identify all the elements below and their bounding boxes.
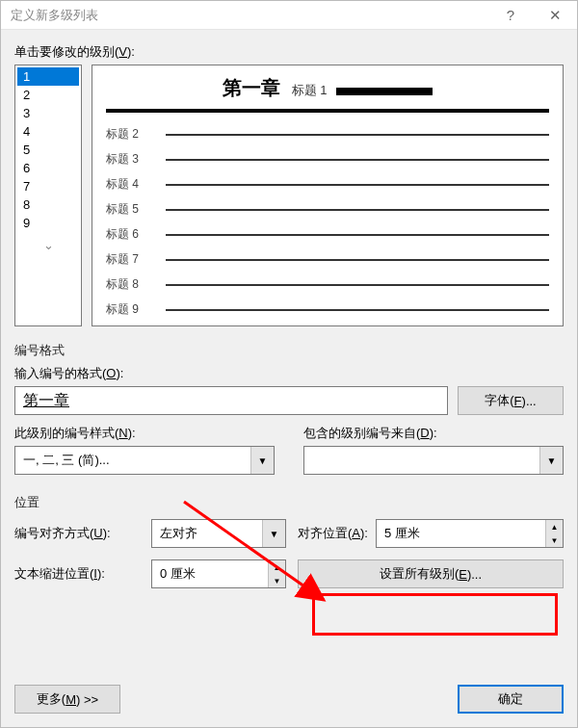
preview-row: 标题 5 bbox=[106, 201, 549, 218]
number-format-group: 编号格式 bbox=[14, 342, 564, 359]
titlebar-title: 定义新多级列表 bbox=[11, 7, 98, 24]
align-at-spinner[interactable]: 5 厘米 ▲▼ bbox=[376, 519, 564, 548]
dialog-footer: 更多(M) >> 确定 bbox=[1, 675, 577, 727]
preview-bar bbox=[336, 88, 433, 95]
titlebar: 定义新多级列表 ? ✕ bbox=[1, 1, 577, 30]
number-style-combo[interactable]: 一, 二, 三 (简)... ▼ bbox=[14, 446, 275, 475]
align-label: 编号对齐方式(U): bbox=[14, 525, 140, 542]
preview-row-bar bbox=[166, 309, 549, 311]
indent-label: 文本缩进位置(I): bbox=[14, 565, 140, 583]
indent-spinner[interactable]: 0 厘米 ▲▼ bbox=[151, 559, 286, 588]
include-level-combo[interactable]: ▼ bbox=[303, 446, 564, 475]
annotation-highlight bbox=[312, 593, 558, 636]
spinner-down-icon[interactable]: ▼ bbox=[269, 574, 285, 587]
preview-thick-rule bbox=[106, 109, 549, 113]
preview-row-bar bbox=[166, 259, 549, 261]
spinner-up-icon[interactable]: ▲ bbox=[269, 560, 285, 574]
preview-row: 标题 6 bbox=[106, 226, 549, 243]
ok-button[interactable]: 确定 bbox=[458, 685, 564, 714]
level-item[interactable]: 6 bbox=[17, 159, 79, 177]
align-at-label: 对齐位置(A): bbox=[298, 525, 368, 542]
align-combo[interactable]: 左对齐 ▼ bbox=[151, 519, 286, 548]
preview-row: 标题 8 bbox=[106, 276, 549, 293]
level-item[interactable]: 5 bbox=[17, 141, 79, 159]
spinner-up-icon[interactable]: ▲ bbox=[546, 520, 563, 533]
preview-row-label: 标题 3 bbox=[106, 151, 156, 168]
level-item[interactable]: 1 bbox=[17, 67, 79, 86]
help-button[interactable]: ? bbox=[488, 1, 533, 30]
number-style-label: 此级别的编号样式(N): bbox=[14, 425, 275, 442]
dialog-content: 单击要修改的级别(V): 123456789⌄ 第一章 标题 1 标题 2标题 … bbox=[1, 30, 577, 675]
chevron-down-icon[interactable]: ⌄ bbox=[17, 238, 79, 252]
preview-row-bar bbox=[166, 159, 549, 161]
preview-row-bar bbox=[166, 134, 549, 136]
number-format-label: 输入编号的格式(O): bbox=[14, 365, 564, 382]
preview-row-label: 标题 7 bbox=[106, 251, 156, 268]
preview-row-label: 标题 9 bbox=[106, 301, 156, 318]
include-level-label: 包含的级别编号来自(D): bbox=[303, 425, 564, 442]
level-listbox[interactable]: 123456789⌄ bbox=[14, 65, 82, 326]
level-item[interactable]: 2 bbox=[17, 86, 79, 104]
preview-row: 标题 3 bbox=[106, 151, 549, 168]
preview-row: 标题 2 bbox=[106, 126, 549, 143]
chevron-down-icon[interactable]: ▼ bbox=[539, 447, 563, 474]
level-item[interactable]: 7 bbox=[17, 177, 79, 195]
preview-row-bar bbox=[166, 284, 549, 286]
level-section-label: 单击要修改的级别(V): bbox=[14, 43, 564, 61]
dialog-window: 定义新多级列表 ? ✕ 单击要修改的级别(V): 123456789⌄ 第一章 … bbox=[0, 0, 578, 728]
preview-row-bar bbox=[166, 234, 549, 236]
position-group: 位置 bbox=[14, 494, 564, 511]
preview-chapter: 第一章 bbox=[223, 75, 280, 101]
level-item[interactable]: 4 bbox=[17, 122, 79, 141]
preview-row: 标题 7 bbox=[106, 251, 549, 268]
close-button[interactable]: ✕ bbox=[533, 1, 577, 30]
preview-row: 标题 9 bbox=[106, 301, 549, 318]
spinner-down-icon[interactable]: ▼ bbox=[546, 533, 563, 547]
preview-pane: 第一章 标题 1 标题 2标题 3标题 4标题 5标题 6标题 7标题 8标题 … bbox=[92, 65, 564, 326]
preview-row-label: 标题 8 bbox=[106, 276, 156, 293]
level-item[interactable]: 9 bbox=[17, 214, 79, 232]
font-button[interactable]: 字体(F)... bbox=[458, 386, 564, 415]
preview-row-label: 标题 6 bbox=[106, 226, 156, 243]
preview-row-bar bbox=[166, 184, 549, 186]
preview-row: 标题 4 bbox=[106, 176, 549, 193]
preview-row-label: 标题 4 bbox=[106, 176, 156, 193]
preview-row-label: 标题 2 bbox=[106, 126, 156, 143]
level-item[interactable]: 8 bbox=[17, 195, 79, 214]
preview-row-bar bbox=[166, 209, 549, 211]
chevron-down-icon[interactable]: ▼ bbox=[262, 520, 285, 547]
set-all-levels-button[interactable]: 设置所有级别(E)... bbox=[298, 559, 564, 588]
preview-heading1: 标题 1 bbox=[292, 83, 328, 97]
preview-row-label: 标题 5 bbox=[106, 201, 156, 218]
chevron-down-icon[interactable]: ▼ bbox=[250, 447, 274, 474]
number-format-input[interactable]: 第一章 bbox=[14, 386, 448, 415]
more-button[interactable]: 更多(M) >> bbox=[14, 685, 120, 714]
level-item[interactable]: 3 bbox=[17, 104, 79, 122]
